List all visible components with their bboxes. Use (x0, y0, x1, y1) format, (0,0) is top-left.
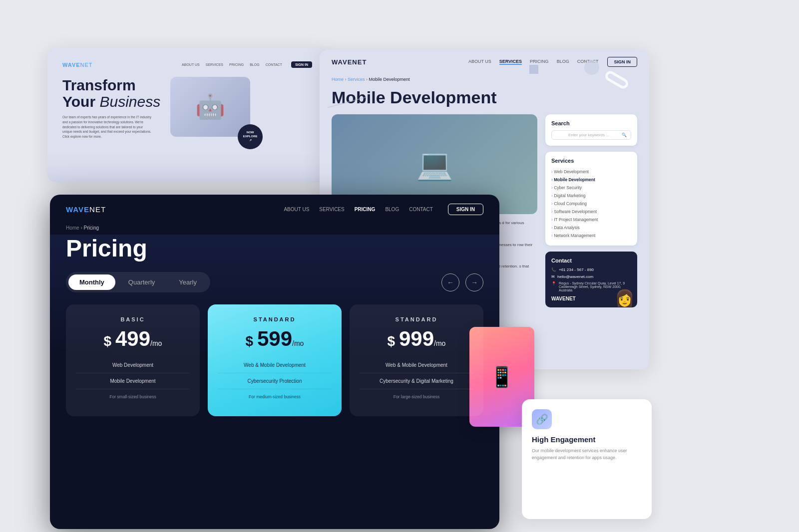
mobile-nav-pricing[interactable]: PRICING (530, 59, 549, 65)
robot-hand-image (170, 77, 250, 137)
hero-image: NOWEXPLORE↗ (170, 77, 260, 147)
hero-text-block: Transform Your Business Our team of expe… (62, 77, 160, 139)
tab-quarterly[interactable]: Quarterly (117, 274, 166, 290)
search-panel: Search Enter your keywords ... 🔍 (545, 114, 637, 146)
service-item[interactable]: Cloud Computing (551, 200, 631, 208)
services-list: Web Development Mobile Development Cyber… (551, 168, 631, 240)
standard-top-price: $ 999/mo (360, 328, 473, 349)
hero-nav-pricing[interactable]: PRICING (229, 63, 244, 66)
pricing-card-standard-featured: STANDARD $ 599/mo Web & Mobile Developme… (208, 304, 342, 416)
pricing-nav-blog[interactable]: BLOG (385, 207, 399, 212)
standard-featured-plan-name: STANDARD (218, 316, 332, 322)
basic-plan-name: BASIC (76, 316, 190, 322)
hero-nav-services[interactable]: SERVICES (206, 63, 223, 66)
contact-panel: Contact 📞 +61 234 - 567 - 890 ✉ hello@wa… (545, 252, 637, 307)
pricing-card-basic: BASIC $ 499/mo Web Development Mobile De… (66, 304, 200, 416)
mobile-breadcrumb: Home › Services › Mobile Development (320, 74, 649, 85)
pricing-nav-services[interactable]: SERVICES (319, 207, 344, 212)
mobile-nav-links: ABOUT US SERVICES PRICING BLOG CONTACT (468, 59, 599, 65)
email-icon: ✉ (551, 274, 555, 279)
services-label: Services (551, 158, 631, 164)
wave-decoration (47, 152, 327, 182)
pricing-signin-button[interactable]: SIGN IN (448, 204, 483, 215)
mobile-nav-blog[interactable]: BLOG (557, 59, 569, 65)
search-placeholder: Enter your keywords ... (568, 133, 609, 137)
standard-top-feature-2: Cybersecurity & Digital Marketing (360, 373, 473, 389)
basic-feature-3: For small-sized business (76, 389, 190, 404)
prev-arrow-button[interactable]: ← (441, 273, 459, 291)
hero-description: Our team of experts has years of experie… (62, 115, 152, 139)
engagement-card: 🔗 High Engagement Our mobile development… (522, 399, 652, 519)
standard-featured-features: Web & Mobile Development Cybersecurity P… (218, 357, 332, 404)
pricing-nav: WAVENET ABOUT US SERVICES PRICING BLOG C… (50, 195, 499, 224)
mobile-nav-about[interactable]: ABOUT US (468, 59, 491, 65)
standard-featured-feature-1: Web & Mobile Development (218, 357, 332, 373)
basic-features: Web Development Mobile Development For s… (76, 357, 190, 404)
next-arrow-button[interactable]: → (465, 273, 483, 291)
service-item[interactable]: Digital Marketing (551, 192, 631, 200)
engagement-title: High Engagement (532, 435, 642, 444)
pricing-nav-links: ABOUT US SERVICES PRICING BLOG CONTACT (284, 207, 432, 212)
agent-figure: 👩 (615, 288, 635, 307)
engagement-description: Our mobile development services enhance … (532, 448, 642, 461)
standard-top-features: Web & Mobile Development Cybersecurity &… (360, 357, 473, 404)
service-item[interactable]: Network Management (551, 232, 631, 240)
standard-top-plan-name: STANDARD (360, 316, 473, 322)
mobile-nav-services[interactable]: SERVICES (499, 59, 522, 65)
service-item[interactable]: Data Analysis (551, 224, 631, 232)
phone-icon: 📞 (551, 267, 556, 272)
standard-top-feature-1: Web & Mobile Development (360, 357, 473, 373)
pricing-nav-about[interactable]: ABOUT US (284, 207, 309, 212)
pricing-toggle-pill: Monthly Quarterly Yearly (66, 272, 210, 292)
service-item[interactable]: Web Development (551, 168, 631, 176)
hero-card: WAVENET ABOUT US SERVICES PRICING BLOG C… (47, 47, 327, 182)
pricing-nav-pricing[interactable]: PRICING (355, 207, 376, 212)
hero-nav-contact[interactable]: CONTACT (266, 63, 282, 66)
mobile-logo: WAVENET (332, 58, 367, 66)
search-label: Search (551, 120, 631, 126)
mobile-nav: WAVENET ABOUT US SERVICES PRICING BLOG C… (320, 50, 649, 74)
basic-feature-2: Mobile Development (76, 373, 190, 389)
hero-content: Transform Your Business Our team of expe… (62, 77, 312, 147)
service-item[interactable]: IT Project Management (551, 216, 631, 224)
location-icon: 📍 (551, 281, 556, 286)
mobile-signin-button[interactable]: SIGN IN (607, 57, 637, 67)
search-box[interactable]: Enter your keywords ... 🔍 (551, 130, 631, 140)
hero-nav-about[interactable]: ABOUT US (182, 63, 200, 66)
pricing-logo: WAVENET (66, 205, 106, 214)
engagement-icon: 🔗 (532, 409, 552, 429)
pricing-cards-container: BASIC $ 499/mo Web Development Mobile De… (50, 304, 499, 416)
hero-nav-blog[interactable]: BLOG (250, 63, 259, 66)
pricing-page-title: Pricing (50, 232, 499, 272)
contact-phone: 📞 +61 234 - 567 - 890 (551, 267, 631, 272)
standard-featured-price: $ 599/mo (218, 328, 332, 349)
standard-featured-feature-3: For medium-sized business (218, 389, 332, 404)
deco-orb-2 (584, 60, 599, 75)
tab-yearly[interactable]: Yearly (168, 274, 208, 290)
service-item-active[interactable]: Mobile Development (551, 176, 631, 184)
contact-label: Contact (551, 258, 631, 264)
pricing-card: WAVENET ABOUT US SERVICES PRICING BLOG C… (50, 195, 499, 529)
tab-monthly[interactable]: Monthly (68, 274, 115, 290)
search-icon[interactable]: 🔍 (622, 133, 627, 137)
pricing-breadcrumb: Home › Pricing (50, 224, 499, 232)
mobile-sidebar: Search Enter your keywords ... 🔍 Service… (537, 114, 637, 307)
contact-email: ✉ hello@wavenet.com (551, 274, 631, 279)
pricing-card-standard-top: STANDARD $ 999/mo Web & Mobile Developme… (350, 304, 483, 416)
mobile-page-title: Mobile Development (320, 85, 649, 114)
basic-price: $ 499/mo (76, 328, 190, 349)
hero-signin-button[interactable]: SIGN IN (291, 61, 312, 68)
basic-feature-1: Web Development (76, 357, 190, 373)
deco-orb-1 (529, 65, 538, 74)
standard-top-feature-3: For large-sized business (360, 389, 473, 404)
hero-logo: WAVENET (62, 62, 93, 68)
service-item[interactable]: Cyber Security (551, 184, 631, 192)
services-panel: Services Web Development Mobile Developm… (545, 152, 637, 246)
hero-title: Transform Your Business (62, 77, 160, 110)
hero-nav: WAVENET ABOUT US SERVICES PRICING BLOG C… (62, 61, 312, 68)
explore-button[interactable]: NOWEXPLORE↗ (238, 124, 263, 149)
pricing-arrows: ← → (441, 273, 483, 291)
service-item[interactable]: Software Development (551, 208, 631, 216)
standard-featured-feature-2: Cybersecurity Protection (218, 373, 332, 389)
pricing-nav-contact[interactable]: CONTACT (409, 207, 433, 212)
